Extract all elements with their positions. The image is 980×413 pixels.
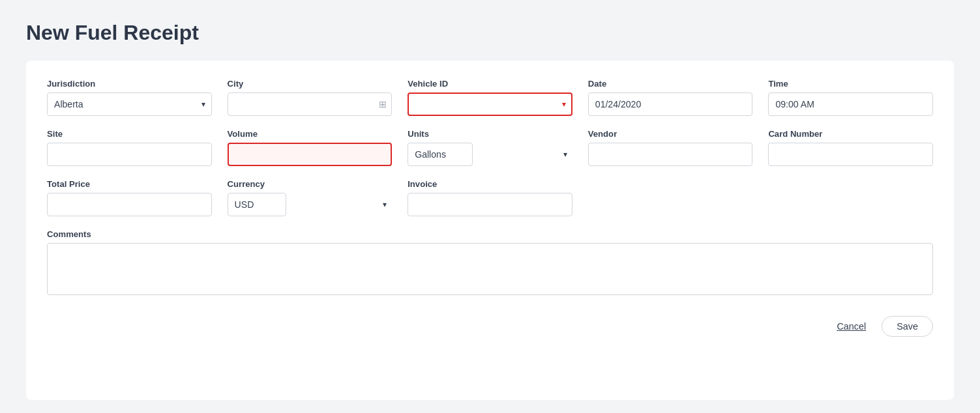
form-row-1: Jurisdiction Alberta British Columbia On… xyxy=(47,79,933,116)
total-price-label: Total Price xyxy=(47,179,212,189)
site-label: Site xyxy=(47,129,212,139)
volume-label: Volume xyxy=(228,129,393,139)
vehicle-id-label: Vehicle ID xyxy=(408,79,572,89)
jurisdiction-select-wrapper: Alberta British Columbia Ontario Quebec … xyxy=(47,93,212,116)
cancel-button[interactable]: Cancel xyxy=(831,317,871,335)
invoice-input[interactable] xyxy=(408,193,572,216)
form-row-2: Site Volume Units Gallons Liters ▾ Vendo… xyxy=(47,129,933,166)
units-field: Units Gallons Liters ▾ xyxy=(408,129,572,166)
total-price-input[interactable] xyxy=(47,193,212,216)
vendor-label: Vendor xyxy=(588,129,753,139)
units-select[interactable]: Gallons Liters xyxy=(408,143,473,166)
city-field: City ⊞ xyxy=(228,79,393,116)
total-price-field: Total Price xyxy=(47,179,212,216)
comments-textarea[interactable] xyxy=(47,243,933,295)
currency-select-wrapper: USD CAD EUR ▾ xyxy=(228,193,393,216)
units-chevron-icon: ▾ xyxy=(563,150,567,159)
city-input[interactable] xyxy=(228,93,393,116)
jurisdiction-label: Jurisdiction xyxy=(47,79,212,89)
city-label: City xyxy=(228,79,393,89)
currency-select[interactable]: USD CAD EUR xyxy=(228,193,286,216)
invoice-field: Invoice xyxy=(408,179,572,216)
vehicle-id-select[interactable] xyxy=(408,93,572,116)
date-label: Date xyxy=(588,79,753,89)
currency-label: Currency xyxy=(228,179,393,189)
volume-input[interactable] xyxy=(228,143,393,166)
jurisdiction-field: Jurisdiction Alberta British Columbia On… xyxy=(47,79,212,116)
volume-field: Volume xyxy=(228,129,393,166)
form-footer: Cancel Save xyxy=(47,311,933,337)
comments-label: Comments xyxy=(47,229,933,239)
site-input[interactable] xyxy=(47,143,212,166)
time-label: Time xyxy=(768,79,933,89)
units-select-wrapper: Gallons Liters ▾ xyxy=(408,143,572,166)
site-field: Site xyxy=(47,129,212,166)
vehicle-id-select-wrapper: ▾ xyxy=(408,93,572,116)
vehicle-id-field: Vehicle ID ▾ xyxy=(408,79,572,116)
date-field: Date 01/24/2020 xyxy=(588,79,753,116)
card-number-field: Card Number xyxy=(768,129,933,166)
currency-field: Currency USD CAD EUR ▾ xyxy=(228,179,393,216)
save-button[interactable]: Save xyxy=(882,316,933,337)
date-input[interactable]: 01/24/2020 xyxy=(588,93,753,116)
form-row-3: Total Price Currency USD CAD EUR ▾ Invoi… xyxy=(47,179,933,216)
jurisdiction-select[interactable]: Alberta British Columbia Ontario Quebec xyxy=(47,93,212,116)
currency-chevron-icon: ▾ xyxy=(383,200,387,209)
form-card: Jurisdiction Alberta British Columbia On… xyxy=(26,61,954,400)
time-field: Time 09:00 AM xyxy=(768,79,933,116)
units-label: Units xyxy=(408,129,572,139)
invoice-label: Invoice xyxy=(408,179,572,189)
card-number-label: Card Number xyxy=(768,129,933,139)
page-title: New Fuel Receipt xyxy=(26,21,954,45)
vendor-field: Vendor xyxy=(588,129,753,166)
time-input[interactable]: 09:00 AM xyxy=(768,93,933,116)
card-number-input[interactable] xyxy=(768,143,933,166)
comments-section: Comments xyxy=(47,229,933,298)
city-input-wrapper: ⊞ xyxy=(228,93,393,116)
vendor-input[interactable] xyxy=(588,143,753,166)
